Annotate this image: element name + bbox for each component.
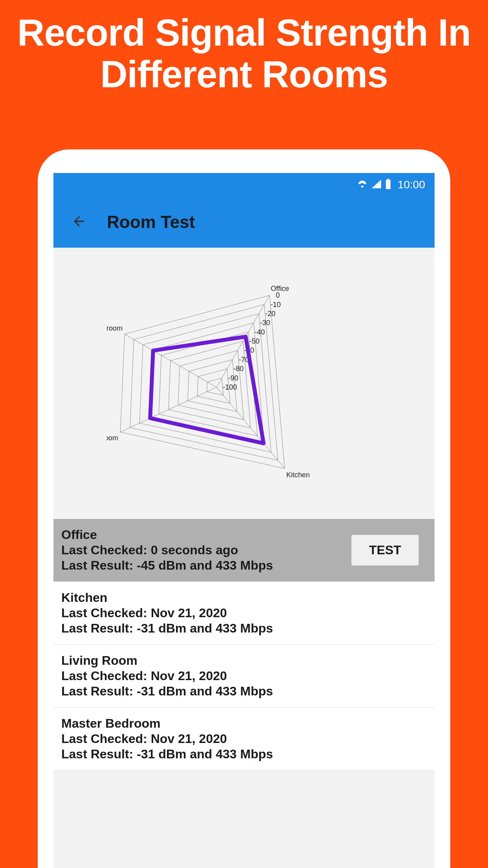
room-last-checked: Last Checked: Nov 21, 2020 xyxy=(61,669,273,683)
room-list: OfficeLast Checked: 0 seconds agoLast Re… xyxy=(53,519,435,771)
radar-tick-label: -20 xyxy=(265,310,275,318)
arrow-left-icon xyxy=(71,213,87,231)
svg-marker-9 xyxy=(207,378,224,395)
room-last-result: Last Result: -31 dBm and 433 Mbps xyxy=(61,621,273,636)
back-button[interactable] xyxy=(69,212,89,232)
svg-line-12 xyxy=(216,387,285,469)
room-last-checked: Last Checked: 0 seconds ago xyxy=(61,543,273,557)
room-item-texts: OfficeLast Checked: 0 seconds agoLast Re… xyxy=(61,528,273,573)
page-title: Room Test xyxy=(107,212,195,232)
radar-container: 0-10-20-30-40-50-60-70-80-90-100OfficeKi… xyxy=(106,269,382,497)
room-name: Office xyxy=(61,528,273,542)
room-item-texts: KitchenLast Checked: Nov 21, 2020Last Re… xyxy=(61,590,273,636)
room-name: Kitchen xyxy=(61,590,273,605)
room-last-result: Last Result: -31 dBm and 433 Mbps xyxy=(61,684,273,699)
radar-tick-label: -80 xyxy=(233,365,244,373)
radar-tick-label: -100 xyxy=(223,383,237,391)
radar-tick-label: -10 xyxy=(271,301,281,309)
room-item-texts: Master BedroomLast Checked: Nov 21, 2020… xyxy=(61,716,273,761)
room-name: Master Bedroom xyxy=(61,716,273,731)
app-bar: Room Test xyxy=(53,197,435,248)
room-last-checked: Last Checked: Nov 21, 2020 xyxy=(61,732,273,746)
radar-tick-label: 0 xyxy=(276,291,280,299)
promo-title: Record Signal Strength In Different Room… xyxy=(0,0,488,95)
radar-chart: 0-10-20-30-40-50-60-70-80-90-100OfficeKi… xyxy=(53,248,435,519)
room-last-checked: Last Checked: Nov 21, 2020 xyxy=(61,606,273,620)
test-button[interactable]: TEST xyxy=(351,535,419,566)
radar-axis-label: Master Bedroom xyxy=(106,324,123,332)
room-last-result: Last Result: -31 dBm and 433 Mbps xyxy=(61,747,273,761)
room-name: Living Room xyxy=(61,653,273,668)
svg-marker-5 xyxy=(169,341,251,428)
status-time: 10:00 xyxy=(398,178,425,191)
status-bar: 10:00 xyxy=(53,173,435,197)
radar-axis-label: Kitchen xyxy=(286,471,310,479)
room-item-texts: Living RoomLast Checked: Nov 21, 2020Las… xyxy=(61,653,273,699)
radar-tick-label: -90 xyxy=(228,374,238,382)
room-item-office[interactable]: OfficeLast Checked: 0 seconds agoLast Re… xyxy=(53,519,435,582)
radar-tick-label: -30 xyxy=(260,319,270,327)
radar-tick-label: -40 xyxy=(255,328,265,336)
radar-axis-label: Living Room xyxy=(106,434,118,442)
room-item-living-room[interactable]: Living RoomLast Checked: Nov 21, 2020Las… xyxy=(53,645,435,708)
svg-line-13 xyxy=(120,387,216,432)
radar-tick-label: -50 xyxy=(250,337,260,345)
room-last-result: Last Result: -45 dBm and 433 Mbps xyxy=(61,558,273,573)
phone-frame: 10:00 Room Test 0-10-20-30-40-50-60-70-8… xyxy=(38,149,450,868)
battery-icon xyxy=(385,179,391,191)
phone-screen: 10:00 Room Test 0-10-20-30-40-50-60-70-8… xyxy=(53,173,435,868)
room-item-master-bedroom[interactable]: Master BedroomLast Checked: Nov 21, 2020… xyxy=(53,708,435,771)
wifi-icon xyxy=(357,180,368,190)
radar-axis-label: Office xyxy=(271,285,289,292)
radar-svg: 0-10-20-30-40-50-60-70-80-90-100OfficeKi… xyxy=(106,269,382,497)
cellular-icon xyxy=(372,180,381,190)
room-item-kitchen[interactable]: KitchenLast Checked: Nov 21, 2020Last Re… xyxy=(53,582,435,645)
